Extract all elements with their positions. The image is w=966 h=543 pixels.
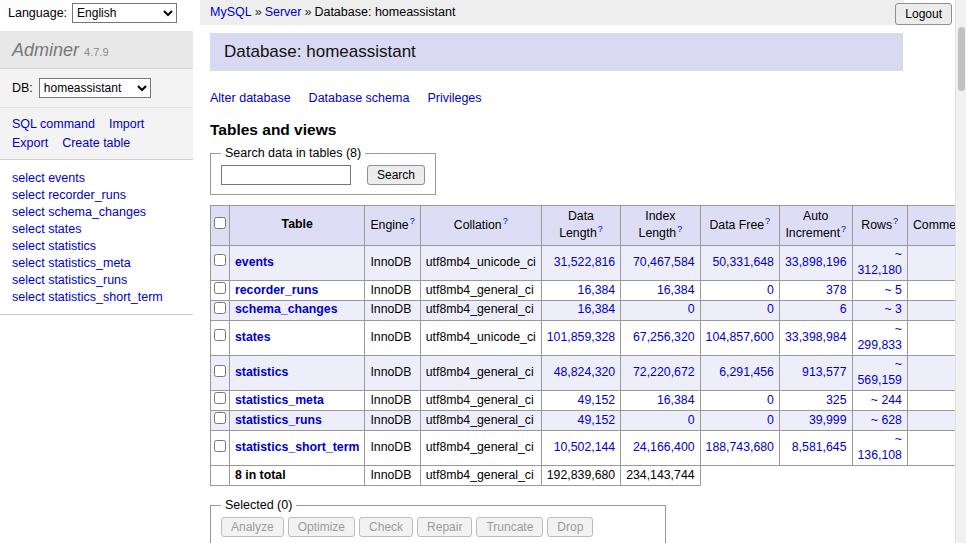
index-length-link[interactable]: 24,166,400 xyxy=(633,440,695,454)
help-link[interactable]: ? xyxy=(677,224,682,234)
sidebar-link-select-statistics-runs[interactable]: select statistics_runs xyxy=(12,271,181,288)
index-length-link[interactable]: 16,384 xyxy=(657,283,695,297)
index-length-link[interactable]: 70,467,584 xyxy=(633,255,695,269)
row-checkbox[interactable] xyxy=(214,254,226,266)
link-alter-database[interactable]: Alter database xyxy=(210,91,291,105)
table-name-link[interactable]: schema_changes xyxy=(235,302,338,316)
rows-cell: ~ 244 xyxy=(852,391,907,411)
data-free-link[interactable]: 6,291,456 xyxy=(719,365,774,379)
sidebar-link-select-statistics-meta[interactable]: select statistics_meta xyxy=(12,254,181,271)
auto-increment-link[interactable]: 8,581,645 xyxy=(792,440,847,454)
repair-button[interactable]: Repair xyxy=(417,517,472,537)
sidebar-link-select-schema-changes[interactable]: select schema_changes xyxy=(12,203,181,220)
logout-button[interactable]: Logout xyxy=(895,3,952,25)
link-database-schema[interactable]: Database schema xyxy=(309,91,410,105)
auto-increment-link[interactable]: 33,898,196 xyxy=(785,255,847,269)
rows-link[interactable]: ~ 136,108 xyxy=(858,432,902,462)
breadcrumb-mysql-link[interactable]: MySQL xyxy=(210,5,252,19)
help-link[interactable]: ? xyxy=(893,216,898,226)
analyze-button[interactable]: Analyze xyxy=(221,517,284,537)
auto-increment-link[interactable]: 6 xyxy=(840,302,847,316)
table-name-link[interactable]: recorder_runs xyxy=(235,283,318,297)
table-name-link[interactable]: statistics_meta xyxy=(235,393,324,407)
rows-link[interactable]: ~ 299,833 xyxy=(858,322,902,352)
table-name-link[interactable]: statistics xyxy=(235,365,288,379)
truncate-button[interactable]: Truncate xyxy=(476,517,543,537)
optimize-button[interactable]: Optimize xyxy=(288,517,355,537)
data-length-link[interactable]: 49,152 xyxy=(578,413,616,427)
sidebar-link-create-table[interactable]: Create table xyxy=(62,136,130,150)
check-button[interactable]: Check xyxy=(359,517,413,537)
db-select[interactable]: homeassistant xyxy=(39,78,151,98)
data-free-link[interactable]: 50,331,648 xyxy=(712,255,774,269)
row-checkbox[interactable] xyxy=(214,440,226,452)
rows-link[interactable]: ~ 569,159 xyxy=(858,357,902,387)
data-free-link[interactable]: 0 xyxy=(767,413,774,427)
row-checkbox[interactable] xyxy=(214,365,226,377)
auto-increment-link[interactable]: 913,577 xyxy=(802,365,846,379)
index-length-link[interactable]: 0 xyxy=(688,413,695,427)
data-length-cell: 16,384 xyxy=(541,281,620,301)
link-privileges[interactable]: Privileges xyxy=(427,91,481,105)
sidebar-link-select-statistics[interactable]: select statistics xyxy=(12,237,181,254)
column-header-data-free: Data Free? xyxy=(700,206,779,246)
breadcrumb-server-link[interactable]: Server xyxy=(265,5,302,19)
auto-increment-link[interactable]: 33,398,984 xyxy=(785,330,847,344)
sidebar-link-select-events[interactable]: select events xyxy=(12,169,181,186)
drop-button[interactable]: Drop xyxy=(547,517,593,537)
table-name-link[interactable]: states xyxy=(235,330,271,344)
data-length-link[interactable]: 16,384 xyxy=(578,302,616,316)
scrollbar[interactable] xyxy=(955,0,966,543)
data-length-link[interactable]: 16,384 xyxy=(578,283,616,297)
data-free-link[interactable]: 104,857,600 xyxy=(706,330,774,344)
help-link[interactable]: ? xyxy=(503,216,508,226)
index-length-link[interactable]: 67,256,320 xyxy=(633,330,695,344)
rows-link[interactable]: ~ 5 xyxy=(885,283,902,297)
sidebar-link-sql-command[interactable]: SQL command xyxy=(12,117,95,131)
search-input[interactable] xyxy=(221,165,351,185)
index-length-link[interactable]: 0 xyxy=(688,302,695,316)
sidebar-link-import[interactable]: Import xyxy=(109,117,144,131)
sidebar-link-export[interactable]: Export xyxy=(12,136,48,150)
data-length-link[interactable]: 48,824,320 xyxy=(554,365,616,379)
data-free-link[interactable]: 0 xyxy=(767,283,774,297)
row-checkbox[interactable] xyxy=(214,392,226,404)
row-checkbox[interactable] xyxy=(214,282,226,294)
data-free-link[interactable]: 0 xyxy=(767,393,774,407)
help-link[interactable]: ? xyxy=(841,224,846,234)
row-checkbox[interactable] xyxy=(214,302,226,314)
language-select[interactable]: English xyxy=(72,3,177,23)
help-link[interactable]: ? xyxy=(598,224,603,234)
row-checkbox[interactable] xyxy=(214,329,226,341)
scrollbar-thumb[interactable] xyxy=(958,27,965,91)
data-free-link[interactable]: 0 xyxy=(767,302,774,316)
sidebar-link-select-states[interactable]: select states xyxy=(12,220,181,237)
data-length-link[interactable]: 101,859,328 xyxy=(547,330,615,344)
selected-legend: Selected (0) xyxy=(221,498,296,512)
data-length-link[interactable]: 10,502,144 xyxy=(554,440,616,454)
rows-link[interactable]: ~ 3 xyxy=(885,302,902,316)
table-name-link[interactable]: statistics_short_term xyxy=(235,440,359,454)
index-length-cell: 16,384 xyxy=(621,391,700,411)
auto-increment-link[interactable]: 325 xyxy=(826,393,847,407)
rows-link[interactable]: ~ 312,180 xyxy=(858,247,902,277)
table-name-link[interactable]: events xyxy=(235,255,274,269)
check-all-checkbox[interactable] xyxy=(214,217,226,229)
check-cell xyxy=(211,411,230,431)
help-link[interactable]: ? xyxy=(765,216,770,226)
index-length-link[interactable]: 16,384 xyxy=(657,393,695,407)
help-link[interactable]: ? xyxy=(410,216,415,226)
sidebar-link-select-recorder-runs[interactable]: select recorder_runs xyxy=(12,186,181,203)
rows-link[interactable]: ~ 628 xyxy=(871,413,902,427)
auto-increment-link[interactable]: 378 xyxy=(826,283,847,297)
rows-link[interactable]: ~ 244 xyxy=(871,393,902,407)
table-name-link[interactable]: statistics_runs xyxy=(235,413,322,427)
auto-increment-link[interactable]: 39,999 xyxy=(809,413,847,427)
search-button[interactable]: Search xyxy=(367,165,425,185)
index-length-link[interactable]: 72,220,672 xyxy=(633,365,695,379)
data-length-link[interactable]: 49,152 xyxy=(578,393,616,407)
data-free-link[interactable]: 188,743,680 xyxy=(706,440,774,454)
sidebar-link-select-statistics-short-term[interactable]: select statistics_short_term xyxy=(12,288,181,305)
row-checkbox[interactable] xyxy=(214,412,226,424)
data-length-link[interactable]: 31,522,816 xyxy=(554,255,616,269)
